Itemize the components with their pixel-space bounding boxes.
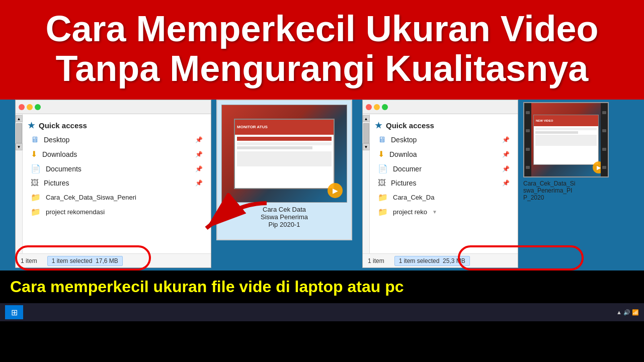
pictures-label: Pictures — [44, 179, 190, 187]
left-window-header — [16, 100, 211, 114]
film-hole-rl4 — [526, 166, 530, 169]
bottom-bar: Cara memperkecil ukuran file vide di lap… — [0, 270, 644, 303]
right-sidebar-pictures[interactable]: 🖼 Pictures 📌 — [370, 176, 518, 190]
red-arrow-svg — [196, 193, 277, 238]
pictures-icon-r: 🖼 — [378, 178, 386, 188]
documents-icon-r: 📄 — [378, 164, 388, 173]
documents-icon: 📄 — [31, 164, 41, 173]
quick-access-label-r: Quick access — [386, 121, 434, 130]
sidebar-item-folder2[interactable]: 📁 project rekomendasi — [23, 205, 211, 219]
folder1-label-r: Cara_Cek_Da — [393, 194, 434, 201]
scroll-up-r[interactable]: ▲ — [363, 115, 370, 122]
pin-icon-4: 📌 — [195, 179, 203, 187]
scroll-thumb[interactable] — [16, 123, 22, 143]
desktop-icon: 🖥 — [31, 135, 39, 144]
folder-icon-r1: 📁 — [378, 193, 388, 202]
windows-area: ▲ ▼ ★ Quick access 🖥 Desktop 📌 — [0, 100, 644, 270]
right-quick-access[interactable]: ★ Quick access — [370, 118, 518, 133]
scroll-down-arrow-r: ▼ — [432, 209, 437, 215]
video-thumbnail: MONITOR ATUS ▶ — [221, 105, 347, 203]
video-thumb-inner: MONITOR ATUS ▶ — [222, 105, 347, 202]
red-arrow-container — [196, 193, 277, 240]
folder1-label: Cara_Cek_Data_Siswa_Peneri — [46, 194, 136, 201]
system-tray: ▲ 🔊 📶 — [616, 309, 639, 316]
right-window-header — [363, 100, 518, 114]
thumb-screen: MONITOR ATUS — [234, 119, 335, 189]
start-button[interactable]: ⊞ — [5, 305, 23, 319]
film-hole-rr2 — [602, 129, 606, 132]
desktop-label-r: Desktop — [391, 136, 497, 144]
right-scrollbar[interactable]: ▲ ▼ — [363, 114, 370, 253]
max-btn[interactable] — [35, 104, 41, 110]
downloads-label: Downloads — [42, 150, 190, 158]
right-thumb-header: NEW VIDEO — [534, 115, 598, 126]
sidebar-item-pictures[interactable]: 🖼 Pictures 📌 — [23, 176, 211, 190]
star-icon: ★ — [28, 121, 35, 130]
min-btn[interactable] — [27, 104, 33, 110]
pin-icon-2: 📌 — [195, 151, 203, 158]
quick-access-section[interactable]: ★ Quick access — [23, 118, 211, 133]
folder2-label-r: project reko — [393, 208, 427, 216]
scroll-down[interactable]: ▼ — [16, 143, 23, 150]
pictures-icon: 🖼 — [31, 178, 39, 188]
scroll-down-r[interactable]: ▼ — [363, 143, 370, 150]
scroll-thumb-r[interactable] — [363, 123, 369, 143]
folder-icon-2: 📁 — [31, 207, 41, 217]
right-sidebar-downloads[interactable]: ⬇ Downloa 📌 — [370, 147, 518, 161]
title-line2: Tanpa Mengurangi Kualitasnya — [15, 49, 629, 88]
downloads-icon-r: ⬇ — [378, 149, 384, 159]
documents-label-r: Documer — [393, 165, 497, 173]
right-sidebar-desktop[interactable]: 🖥 Desktop 📌 — [370, 133, 518, 147]
bottom-text: Cara memperkecil ukuran file vide di lap… — [10, 278, 404, 296]
right-preview-label: Cara_Cek_Data_Si swa_Penerima_PI P_2020 — [523, 180, 575, 201]
right-video-thumb-container: NEW VIDEO ▶ — [523, 100, 609, 201]
film-hole-rl3 — [526, 148, 530, 151]
min-btn-r[interactable] — [374, 104, 380, 110]
left-scrollbar[interactable]: ▲ ▼ — [16, 114, 23, 253]
pin-icon-r2: 📌 — [502, 151, 510, 158]
scroll-up[interactable]: ▲ — [16, 115, 23, 122]
desktop-label: Desktop — [44, 136, 190, 144]
folder-icon-r2: 📁 — [378, 207, 388, 217]
circle-highlight-right — [458, 245, 584, 270]
folder-icon-1: 📁 — [31, 193, 41, 202]
preview-container-left: MONITOR ATUS ▶ Cara Cek Data Siswa Pener… — [211, 100, 362, 270]
left-explorer-window: ▲ ▼ ★ Quick access 🖥 Desktop 📌 — [15, 100, 211, 268]
max-btn-r[interactable] — [382, 104, 388, 110]
pin-icon-r: 📌 — [502, 136, 510, 143]
sidebar-item-downloads[interactable]: ⬇ Downloads 📌 — [23, 147, 211, 161]
pin-icon-r4: 📌 — [502, 179, 510, 187]
title-banner: Cara Memperkecil Ukuran Video Tanpa Meng… — [0, 0, 644, 100]
play-button[interactable]: ▶ — [328, 183, 343, 198]
desktop-icon-r: 🖥 — [378, 135, 386, 144]
pin-icon: 📌 — [195, 136, 203, 143]
thumb-screen-body — [235, 135, 334, 168]
right-thumb-body — [534, 126, 598, 147]
film-hole-rl2 — [526, 129, 530, 132]
right-nav-list: ★ Quick access 🖥 Desktop 📌 ⬇ Downloa 📌 📄… — [370, 114, 518, 253]
sidebar-item-documents[interactable]: 📄 Documents 📌 — [23, 161, 211, 176]
right-sidebar-folder2[interactable]: 📁 project reko ▼ — [370, 205, 518, 219]
right-film-left — [524, 103, 531, 176]
quick-access-label: Quick access — [39, 121, 87, 130]
left-explorer-content: ▲ ▼ ★ Quick access 🖥 Desktop 📌 — [16, 114, 211, 253]
right-thumb-inner: NEW VIDEO ▶ — [524, 103, 608, 176]
downloads-label-r: Downloa — [389, 150, 497, 158]
pin-icon-r3: 📌 — [502, 165, 510, 172]
star-icon-r: ★ — [375, 121, 382, 130]
right-thumb-screen: NEW VIDEO — [533, 115, 599, 165]
film-hole-rl — [526, 111, 530, 114]
title-line1: Cara Memperkecil Ukuran Video — [15, 9, 629, 49]
right-sidebar-documents[interactable]: 📄 Documer 📌 — [370, 161, 518, 176]
close-btn[interactable] — [19, 104, 25, 110]
thumb-screen-header: MONITOR ATUS — [235, 120, 334, 135]
right-film-right — [601, 103, 608, 176]
sidebar-item-desktop[interactable]: 🖥 Desktop 📌 — [23, 133, 211, 147]
right-sidebar-folder1[interactable]: 📁 Cara_Cek_Da — [370, 190, 518, 205]
taskbar: ⊞ ▲ 🔊 📶 — [0, 303, 644, 321]
documents-label: Documents — [46, 165, 190, 173]
left-nav-list: ★ Quick access 🖥 Desktop 📌 ⬇ Downloads 📌 — [23, 114, 211, 253]
close-btn-r[interactable] — [366, 104, 372, 110]
right-item-count: 1 item — [368, 257, 384, 264]
sidebar-item-folder1[interactable]: 📁 Cara_Cek_Data_Siswa_Peneri — [23, 190, 211, 205]
